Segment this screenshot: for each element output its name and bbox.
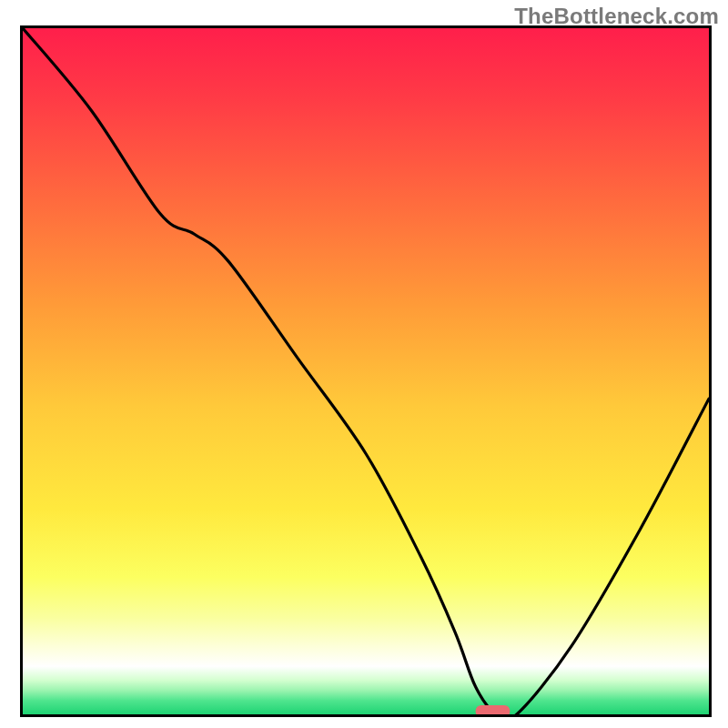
- watermark-text: TheBottleneck.com: [514, 4, 719, 29]
- chart-svg: [23, 28, 709, 714]
- plot-border: [20, 25, 712, 717]
- gradient-background: [23, 28, 709, 714]
- plot-area: [23, 28, 709, 714]
- bottleneck-curve: [23, 28, 709, 714]
- chart-frame: TheBottleneck.com: [0, 0, 728, 728]
- optimal-marker: [476, 705, 511, 714]
